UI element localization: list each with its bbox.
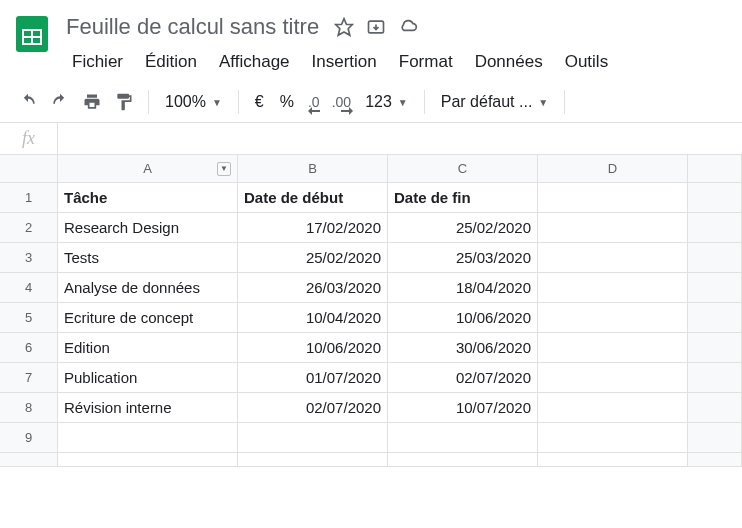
cell[interactable]: [688, 213, 742, 242]
print-icon[interactable]: [78, 88, 106, 116]
menu-tools[interactable]: Outils: [555, 48, 618, 76]
cell[interactable]: [688, 363, 742, 392]
fx-label: fx: [0, 123, 58, 154]
cell[interactable]: 30/06/2020: [388, 333, 538, 362]
header: Feuille de calcul sans titre Fichier Édi…: [0, 0, 742, 82]
font-select[interactable]: Par défaut ...▼: [435, 89, 555, 115]
column-header-e[interactable]: [688, 155, 742, 182]
cell[interactable]: [538, 423, 688, 452]
cell[interactable]: [688, 303, 742, 332]
svg-marker-4: [336, 19, 353, 36]
select-all-corner[interactable]: [0, 155, 58, 182]
cell[interactable]: [538, 273, 688, 302]
cloud-icon[interactable]: [397, 16, 419, 38]
cell[interactable]: Ecriture de concept: [58, 303, 238, 332]
cell[interactable]: Tests: [58, 243, 238, 272]
paint-format-icon[interactable]: [110, 88, 138, 116]
menu-data[interactable]: Données: [465, 48, 553, 76]
cell[interactable]: 25/02/2020: [388, 213, 538, 242]
cell[interactable]: [688, 243, 742, 272]
cell[interactable]: Révision interne: [58, 393, 238, 422]
document-title[interactable]: Feuille de calcul sans titre: [62, 12, 323, 42]
cell[interactable]: [388, 423, 538, 452]
move-icon[interactable]: [365, 16, 387, 38]
cell[interactable]: [388, 453, 538, 466]
number-format-select[interactable]: 123▼: [359, 89, 414, 115]
row-header[interactable]: 9: [0, 423, 58, 452]
cell[interactable]: 10/07/2020: [388, 393, 538, 422]
menu-edit[interactable]: Édition: [135, 48, 207, 76]
separator: [424, 90, 425, 114]
cell[interactable]: 26/03/2020: [238, 273, 388, 302]
row-header[interactable]: 6: [0, 333, 58, 362]
cell[interactable]: Tâche: [58, 183, 238, 212]
cell[interactable]: [58, 423, 238, 452]
menu-format[interactable]: Format: [389, 48, 463, 76]
cell[interactable]: [688, 393, 742, 422]
increase-decimal-icon[interactable]: .00: [328, 88, 355, 116]
percent-button[interactable]: %: [274, 89, 300, 115]
cell[interactable]: Analyse de données: [58, 273, 238, 302]
filter-icon[interactable]: ▼: [217, 162, 231, 176]
cell[interactable]: [688, 183, 742, 212]
star-icon[interactable]: [333, 16, 355, 38]
cell[interactable]: [688, 273, 742, 302]
separator: [148, 90, 149, 114]
cell[interactable]: [58, 453, 238, 466]
cell[interactable]: [688, 423, 742, 452]
undo-icon[interactable]: [14, 88, 42, 116]
decrease-decimal-icon[interactable]: .0: [304, 88, 324, 116]
cell[interactable]: 18/04/2020: [388, 273, 538, 302]
row-header[interactable]: 7: [0, 363, 58, 392]
cell[interactable]: 25/02/2020: [238, 243, 388, 272]
zoom-select[interactable]: 100%▼: [159, 89, 228, 115]
row-header[interactable]: 8: [0, 393, 58, 422]
row-header[interactable]: 5: [0, 303, 58, 332]
cell[interactable]: 02/07/2020: [238, 393, 388, 422]
cell[interactable]: Edition: [58, 333, 238, 362]
row-header[interactable]: 3: [0, 243, 58, 272]
formula-bar: fx: [0, 123, 742, 155]
cell[interactable]: [538, 393, 688, 422]
row-header[interactable]: 4: [0, 273, 58, 302]
cell[interactable]: 02/07/2020: [388, 363, 538, 392]
menu-file[interactable]: Fichier: [62, 48, 133, 76]
cell[interactable]: 10/06/2020: [388, 303, 538, 332]
cell[interactable]: Date de début: [238, 183, 388, 212]
cell[interactable]: [538, 183, 688, 212]
row-header[interactable]: [0, 453, 58, 466]
separator: [564, 90, 565, 114]
formula-input[interactable]: [58, 123, 742, 154]
cell[interactable]: 01/07/2020: [238, 363, 388, 392]
redo-icon[interactable]: [46, 88, 74, 116]
cell[interactable]: 10/06/2020: [238, 333, 388, 362]
cell[interactable]: [538, 303, 688, 332]
cell[interactable]: 10/04/2020: [238, 303, 388, 332]
cell[interactable]: 25/03/2020: [388, 243, 538, 272]
spreadsheet-grid: A▼ B C D 1 Tâche Date de début Date de f…: [0, 155, 742, 467]
currency-button[interactable]: €: [249, 89, 270, 115]
row-header[interactable]: 2: [0, 213, 58, 242]
cell[interactable]: [538, 243, 688, 272]
cell[interactable]: [688, 453, 742, 466]
cell[interactable]: 17/02/2020: [238, 213, 388, 242]
cell[interactable]: [688, 333, 742, 362]
menu-view[interactable]: Affichage: [209, 48, 300, 76]
cell[interactable]: [538, 213, 688, 242]
cell[interactable]: [238, 453, 388, 466]
column-header-b[interactable]: B: [238, 155, 388, 182]
column-header-d[interactable]: D: [538, 155, 688, 182]
cell[interactable]: [538, 363, 688, 392]
cell[interactable]: Date de fin: [388, 183, 538, 212]
cell[interactable]: [238, 423, 388, 452]
menubar: Fichier Édition Affichage Insertion Form…: [62, 46, 730, 82]
row-header[interactable]: 1: [0, 183, 58, 212]
column-header-a[interactable]: A▼: [58, 155, 238, 182]
cell[interactable]: [538, 453, 688, 466]
cell[interactable]: Publication: [58, 363, 238, 392]
column-header-c[interactable]: C: [388, 155, 538, 182]
cell[interactable]: Research Design: [58, 213, 238, 242]
cell[interactable]: [538, 333, 688, 362]
menu-insert[interactable]: Insertion: [302, 48, 387, 76]
sheets-logo[interactable]: [12, 14, 52, 54]
